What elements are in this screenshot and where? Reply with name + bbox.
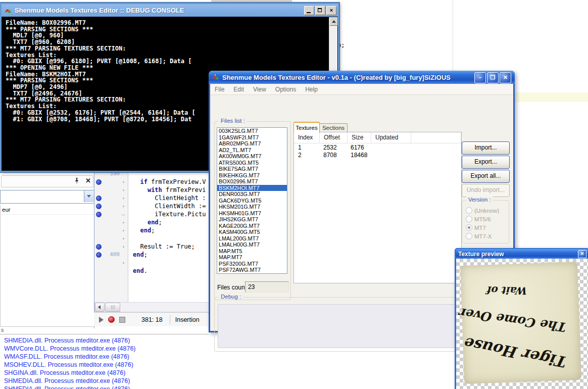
editor-horizontal-scrollbar[interactable] [94, 302, 210, 312]
event-log-line: SHMEDIA.dll. Processus mteditor.exe (487… [4, 385, 209, 389]
file-list-item[interactable]: BIKEHKGG.MT7 [217, 172, 287, 179]
breakpoint-cell[interactable] [94, 196, 103, 201]
gutter-dot [123, 230, 124, 231]
file-list-item[interactable]: BOX02996.MT7 [217, 178, 287, 185]
menu-item-options[interactable]: Options [271, 86, 301, 93]
file-list-item[interactable]: BSKM2HOI.MT7 [217, 185, 287, 191]
console-titlebar[interactable]: Shenmue Models Textures Editor :: DEBUG … [2, 4, 338, 17]
file-list-item[interactable]: MAP.MT7 [217, 254, 287, 261]
code-text: end; [127, 251, 148, 259]
file-list-item[interactable]: MAP.MT5 [217, 248, 287, 255]
code-row: end; [94, 218, 209, 226]
gutter-mark [120, 198, 127, 199]
breakpoint-dot [96, 179, 102, 185]
file-list-item[interactable]: KAGE200G.MT7 [217, 223, 287, 229]
file-list-item[interactable]: LMALH00G.MT7 [217, 241, 287, 248]
maximize-button[interactable]: ❐ [487, 72, 499, 83]
file-list-item[interactable]: LMAL200G.MT7 [217, 235, 287, 242]
menu-item-view[interactable]: View [249, 86, 271, 93]
code-token: with [148, 186, 162, 193]
undo-import-button[interactable]: Undo import... [462, 184, 510, 197]
minimize-button[interactable] [304, 6, 314, 15]
close-icon[interactable]: ✕ [85, 177, 91, 184]
version-caption: Version : [466, 197, 493, 203]
export-all-button[interactable]: Export all... [462, 170, 510, 183]
menu-item-edit[interactable]: Edit [229, 86, 249, 93]
code-text: if frmTexPreview.V [127, 178, 206, 186]
watch-list-item[interactable]: eur [1, 205, 94, 215]
scroll-left-button[interactable] [95, 303, 105, 312]
version-option[interactable]: MT7 [466, 223, 509, 232]
menu-item-file[interactable]: File [210, 86, 229, 93]
table-cell: 8708 [319, 152, 347, 159]
column-header[interactable]: Offset [320, 132, 348, 143]
preview-titlebar[interactable]: Texture preview ✕ [456, 249, 588, 259]
file-list-item[interactable]: AD2_TL.MT7 [217, 147, 287, 154]
close-button[interactable]: ✕ [500, 72, 511, 83]
breakpoint-cell[interactable] [94, 212, 103, 217]
main-titlebar[interactable]: Shenmue Models Textures Editor - v0.1a -… [209, 71, 515, 84]
menu-item-help[interactable]: Help [301, 86, 322, 93]
code-row: ClientWidth := [94, 202, 209, 210]
version-option[interactable]: (Unknow) [466, 206, 509, 215]
code-token: . [144, 267, 148, 274]
breakpoint-cell[interactable] [94, 179, 103, 185]
file-list-item[interactable]: GACK6DYG.MT5 [217, 198, 287, 204]
radio-label: MT7 [474, 225, 486, 231]
column-header[interactable]: Updated [371, 132, 411, 143]
textures-table[interactable]: IndexOffsetSizeUpdated 12532617628708184… [293, 132, 462, 283]
watch-combobox[interactable] [0, 190, 94, 204]
table-row[interactable]: 2870818468 [294, 151, 461, 159]
table-row[interactable]: 125326176 [294, 143, 461, 151]
import-button[interactable]: Import... [462, 141, 510, 155]
code-row: ClientHeight : [94, 194, 209, 202]
pin-icon[interactable] [74, 177, 80, 185]
event-log-line: WMASF.DLL. Processus mteditor.exe (4876) [4, 353, 209, 361]
texture-image: Tiger House The Come Over Wait of [460, 262, 581, 384]
code-row: if frmTexPreview.V [94, 178, 209, 186]
file-list-item[interactable]: HKSMH01G.MT7 [217, 210, 287, 217]
minimize-button[interactable]: – [474, 72, 486, 83]
file-list-item[interactable]: 003K2SLG.MT7 [217, 128, 287, 134]
file-list-item[interactable]: PSF72AWG.MT7 [217, 267, 287, 273]
breakpoint-cell[interactable] [94, 252, 103, 258]
file-list-item[interactable]: PSF3200G.MT7 [217, 261, 287, 267]
tab-textures[interactable]: Textures [293, 122, 320, 133]
event-log-line: WMVCore.DLL. Processus mteditor.exe (487… [4, 345, 209, 353]
column-header[interactable]: Size [348, 132, 371, 143]
watch-list[interactable]: eur [0, 205, 94, 327]
version-option[interactable]: MT7-X [466, 232, 509, 240]
file-list-item[interactable]: ATRS500G.MT5 [217, 160, 287, 166]
breakpoint-cell[interactable] [94, 244, 103, 250]
gutter-dot [123, 198, 124, 199]
version-option[interactable]: MT5/6 [466, 215, 509, 223]
file-list-item[interactable]: HKSM201G.MT7 [217, 204, 287, 210]
scroll-up-button[interactable] [329, 17, 338, 26]
close-button[interactable]: ✕ [578, 250, 586, 258]
event-log-line: MSOHEV.DLL. Processus mteditor.exe (4876… [4, 361, 209, 369]
close-button[interactable]: × [326, 6, 336, 15]
column-header[interactable] [411, 132, 461, 143]
file-list-item[interactable]: AK00WM0G.MT7 [217, 153, 287, 160]
code-token [133, 186, 148, 193]
combobox-dropdown-button[interactable] [84, 190, 94, 202]
breakpoint-cell[interactable] [94, 204, 103, 209]
export-button[interactable]: Export... [462, 156, 510, 169]
file-list-item[interactable]: 1GASWF2I.MT7 [217, 134, 287, 141]
column-header[interactable]: Index [294, 132, 320, 143]
file-list-item[interactable]: ABR02MPG.MT7 [217, 140, 287, 147]
file-list-item[interactable]: JIHS2KGG.MT7 [217, 216, 287, 223]
caret-position: 381: 18 [141, 316, 163, 323]
code-token: end [148, 219, 159, 226]
file-list-item[interactable]: KASM400G.MT5 [217, 229, 287, 235]
scrollbar-thumb[interactable] [105, 303, 120, 312]
code-token: frmTexPreview.V [148, 178, 206, 185]
tab-sections[interactable]: Sections [319, 123, 348, 132]
maximize-button[interactable] [315, 6, 325, 15]
files-listbox[interactable]: 003K2SLG.MT71GASWF2I.MT7ABR02MPG.MT7AD2_… [217, 127, 287, 274]
code-row: end; [94, 226, 209, 234]
file-list-item[interactable]: BIKE7SAG.MT7 [217, 166, 287, 172]
code-row [94, 259, 209, 267]
breakpoint-dot [96, 252, 102, 258]
file-list-item[interactable]: DENR003G.MT7 [217, 191, 287, 198]
